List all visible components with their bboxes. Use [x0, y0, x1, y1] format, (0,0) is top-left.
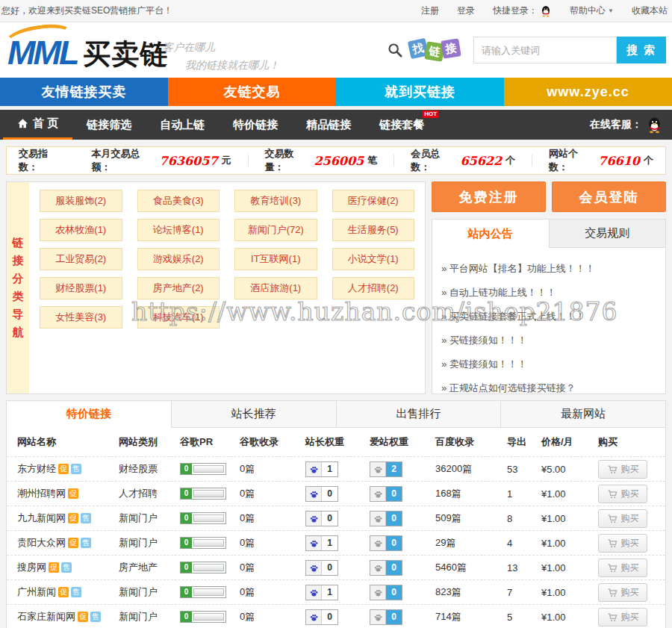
google-included: 0篇	[240, 487, 305, 500]
announcement-item[interactable]: 买链接须知！！！	[441, 329, 656, 352]
buy-button[interactable]: 购买	[598, 534, 647, 553]
side-label-char: 导	[13, 308, 24, 322]
buy-button[interactable]: 购买	[598, 485, 647, 503]
zhanzhang-weight-widget: 1	[305, 461, 338, 477]
links-out: 53	[507, 464, 541, 475]
nav-item[interactable]: 自动上链	[146, 110, 219, 140]
site-name-link[interactable]: 潮州招聘网	[17, 487, 66, 500]
links-out: 8	[507, 513, 541, 524]
category-button[interactable]: 人才招聘(2)	[332, 277, 415, 299]
category-button[interactable]: 医疗保健(2)	[332, 190, 415, 212]
site-name-link[interactable]: 东方财经	[17, 462, 56, 476]
main-nav: 首 页链接筛选自动上链特价链接精品链接链接套餐HOT 在线客服：	[0, 110, 672, 140]
topbar-link[interactable]: 快捷登录：	[493, 4, 552, 17]
buy-button[interactable]: 购买	[598, 559, 647, 577]
side-label-char: 链	[13, 236, 24, 250]
zhanzhang-weight-cell: 0	[305, 560, 370, 576]
category-button[interactable]: 生活服务(5)	[332, 219, 415, 241]
stat-unit: 个	[505, 154, 515, 167]
banner-item[interactable]: 友情链接买卖	[0, 78, 168, 106]
banner-item[interactable]: 友链交易	[168, 78, 336, 106]
site-name-link[interactable]: 广州新闻	[17, 585, 56, 599]
aizhan-weight-widget: 0	[370, 511, 402, 526]
site-name-link[interactable]: 搜房网	[17, 561, 46, 574]
topbar-link[interactable]: 帮助中心▼	[570, 4, 614, 17]
announcement-item[interactable]: 自动上链功能上线！！！	[441, 281, 656, 305]
paw-icon	[309, 612, 319, 622]
buy-button[interactable]: 购买	[598, 583, 647, 602]
member-login-button[interactable]: 会员登陆	[552, 181, 666, 212]
announcement-item[interactable]: 买卖链链接套餐正式上线！！！	[441, 305, 656, 329]
site-name-link[interactable]: 贵阳大众网	[17, 536, 66, 550]
search-input[interactable]	[473, 37, 617, 63]
baidu-included: 823篇	[435, 585, 507, 599]
tab-site-notice[interactable]: 站内公告	[432, 220, 549, 248]
category-button[interactable]: 房产地产(2)	[137, 277, 220, 299]
category-button[interactable]: 工业贸易(2)	[40, 248, 122, 270]
site-name-cell: 东方财经促售	[7, 462, 119, 476]
search-tiles: 找 链 接	[409, 40, 460, 60]
category-button[interactable]: 服装服饰(2)	[40, 190, 122, 212]
category-button[interactable]: 酒店旅游(1)	[234, 277, 317, 299]
price-per-month: ¥1.00	[541, 612, 598, 623]
online-service[interactable]: 在线客服：	[590, 110, 669, 140]
table-header-cell: 爱站权重	[370, 435, 435, 449]
stat-label: 本月交易总额：	[92, 147, 156, 174]
google-pr-cell: 0	[180, 586, 240, 598]
google-pr-widget: 0	[180, 488, 226, 500]
table-header-cell: 谷歌收录	[240, 435, 305, 449]
category-button[interactable]: 农林牧渔(1)	[40, 219, 122, 241]
google-pr-widget: 0	[180, 537, 226, 549]
tab-trade-rules[interactable]: 交易规则	[549, 220, 666, 248]
topbar-link[interactable]: 注册	[421, 4, 439, 17]
nav-item[interactable]: 首 页	[3, 110, 72, 140]
nav-item[interactable]: 特价链接	[219, 110, 292, 140]
category-button[interactable]: 科技汽车(1)	[137, 306, 220, 329]
table-tab[interactable]: 特价链接	[7, 401, 171, 428]
site-name-link[interactable]: 石家庄新闻网	[17, 610, 75, 624]
announcement-item[interactable]: 卖链接须知！！！	[441, 352, 656, 376]
table-row: 搜房网促售房产地产00篇005460篇13¥1.00购买	[7, 555, 665, 579]
nav-item[interactable]: 链接筛选	[72, 110, 146, 140]
table-tab[interactable]: 站长推荐	[171, 401, 336, 428]
topbar-link-label: 登录	[457, 4, 475, 17]
buy-button[interactable]: 购买	[598, 460, 647, 479]
table-tab[interactable]: 最新网站	[500, 401, 665, 428]
paw-icon	[306, 462, 322, 476]
announcement-item[interactable]: 正规站点如何选链接买链接？	[441, 376, 656, 394]
banner-item[interactable]: 就到买链接	[336, 78, 504, 106]
announcement-item[interactable]: 平台网站【排名】功能上线！！！	[441, 257, 656, 281]
site-name-link[interactable]: 九九新闻网	[17, 512, 66, 525]
buy-button[interactable]: 购买	[598, 509, 647, 528]
topbar-link[interactable]: 登录	[457, 4, 475, 17]
site-logo[interactable]: MML 买卖链	[7, 30, 168, 69]
badge-sale: 售	[71, 464, 81, 474]
category-button[interactable]: IT互联网(1)	[234, 248, 317, 270]
category-button[interactable]: 论坛博客(1)	[137, 219, 220, 241]
category-button[interactable]: 食品美食(3)	[137, 190, 220, 212]
free-register-button[interactable]: 免费注册	[432, 181, 546, 212]
search-button[interactable]: 搜 索	[617, 37, 666, 63]
category-side-label: 链接分类导航	[7, 182, 29, 394]
topbar-link[interactable]: 收藏本站	[632, 4, 668, 17]
nav-item[interactable]: 精品链接	[292, 110, 365, 140]
buy-button-label: 购买	[621, 562, 639, 574]
baidu-included: 29篇	[435, 536, 507, 550]
links-out: 5	[507, 612, 541, 623]
nav-item[interactable]: 链接套餐HOT	[365, 110, 438, 140]
qq-icon[interactable]	[646, 116, 663, 134]
category-button[interactable]: 女性美容(3)	[40, 306, 122, 329]
topbar-link-label: 收藏本站	[632, 4, 668, 17]
banner-item[interactable]: www.zye.cc	[504, 78, 672, 106]
category-button[interactable]: 教育培训(3)	[234, 190, 317, 212]
category-button[interactable]: 游戏娱乐(2)	[137, 248, 220, 270]
table-tab[interactable]: 出售排行	[336, 401, 501, 428]
google-pr-value: 0	[181, 513, 192, 523]
buy-button[interactable]: 购买	[598, 608, 647, 627]
category-button[interactable]: 财经股票(1)	[40, 277, 122, 299]
buy-cell: 购买	[598, 534, 662, 553]
nav-items: 首 页链接筛选自动上链特价链接精品链接链接套餐HOT	[3, 110, 438, 140]
stat-value: 256005	[314, 154, 364, 168]
category-button[interactable]: 小说文学(1)	[332, 248, 415, 270]
category-button[interactable]: 新闻门户(72)	[234, 219, 317, 241]
